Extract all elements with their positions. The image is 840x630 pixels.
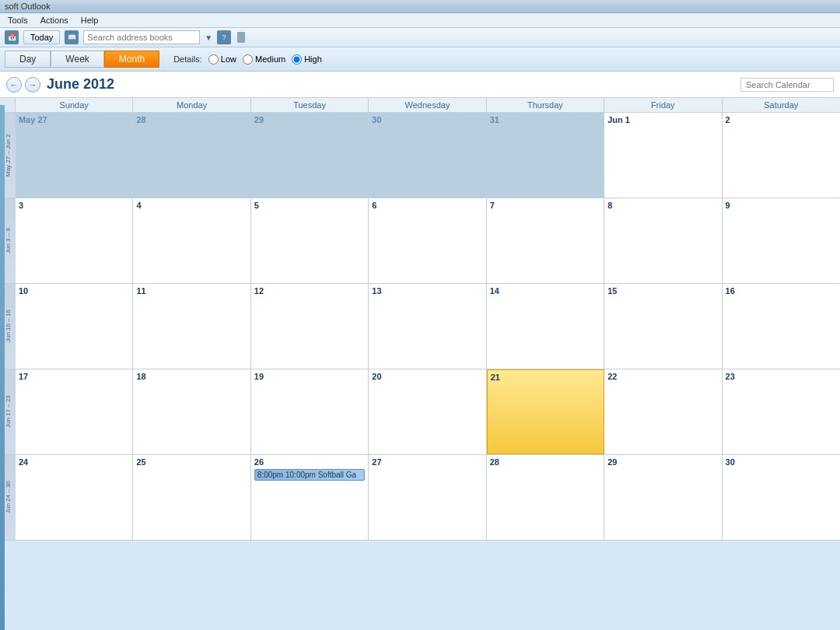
search-calendar-input[interactable] xyxy=(740,78,834,92)
day-cell[interactable]: 3 xyxy=(16,198,133,283)
app-icon: 📅 xyxy=(5,30,19,44)
day-cell[interactable]: 28 xyxy=(133,113,250,198)
title-bar: soft Outlook xyxy=(0,0,840,13)
header-friday: Friday xyxy=(604,98,722,112)
day-cell[interactable]: 7 xyxy=(487,198,604,283)
day-cell[interactable]: 29 xyxy=(251,113,369,198)
view-bar: Day Week Month Details: Low Medium High xyxy=(0,47,840,72)
day-cell[interactable]: 8 xyxy=(604,198,722,283)
day-cell[interactable]: 19 xyxy=(251,369,369,454)
header-saturday: Saturday xyxy=(723,98,840,112)
details-label: Details: xyxy=(173,54,202,64)
day-cell[interactable]: 14 xyxy=(487,284,604,369)
search-address-input[interactable] xyxy=(83,30,200,44)
menu-actions[interactable]: Actions xyxy=(39,15,70,26)
event-softball[interactable]: 8:00pm 10:00pm Softball Ga xyxy=(254,469,365,481)
day-cell[interactable]: May 27 xyxy=(16,113,133,198)
today-button[interactable]: Today xyxy=(23,30,60,44)
calendar-title: June 2012 xyxy=(47,76,740,93)
address-book-icon: 📖 xyxy=(65,30,79,44)
radio-medium[interactable]: Medium xyxy=(243,54,285,65)
menu-help[interactable]: Help xyxy=(79,15,100,26)
header-tuesday: Tuesday xyxy=(251,98,369,112)
day-cell[interactable]: 22 xyxy=(604,369,722,454)
day-cell-26[interactable]: 26 8:00pm 10:00pm Softball Ga xyxy=(251,455,369,540)
day-cell[interactable]: 20 xyxy=(369,369,486,454)
help-icon[interactable]: ? xyxy=(217,30,231,44)
header-monday: Monday xyxy=(133,98,250,112)
day-cell[interactable]: 27 xyxy=(369,455,486,540)
day-cell[interactable]: 2 xyxy=(723,113,840,198)
header-wednesday: Wednesday xyxy=(369,98,486,112)
day-cell[interactable]: 17 xyxy=(16,369,133,454)
toolbar: 📅 Today 📖 ▼ ? xyxy=(0,28,840,47)
day-cell[interactable]: 31 xyxy=(487,113,604,198)
dropdown-arrow[interactable]: ▼ xyxy=(205,33,212,42)
day-cell[interactable]: 12 xyxy=(251,284,369,369)
day-cell[interactable]: 29 xyxy=(604,455,722,540)
day-cell[interactable]: 9 xyxy=(723,198,840,283)
day-cell[interactable]: 30 xyxy=(723,455,840,540)
menu-bar: Tools Actions Help xyxy=(0,13,840,28)
calendar-grid: Sunday Monday Tuesday Wednesday Thursday… xyxy=(0,98,840,541)
day-cell[interactable]: Jun 1 xyxy=(604,113,722,198)
day-cell[interactable]: 4 xyxy=(133,198,250,283)
day-cell[interactable]: 11 xyxy=(133,284,250,369)
details-options: Low Medium High xyxy=(208,54,322,65)
week-row-1: May 27 – Jun 2 May 27 28 29 30 31 Jun 1 … xyxy=(0,113,840,198)
day-cell[interactable]: 30 xyxy=(369,113,486,198)
day-cell[interactable]: 18 xyxy=(133,369,250,454)
day-cell[interactable]: 15 xyxy=(604,284,722,369)
day-cell[interactable]: 13 xyxy=(369,284,486,369)
day-cell[interactable]: 24 xyxy=(16,455,133,540)
toolbar-extra xyxy=(237,32,245,43)
day-headers-row: Sunday Monday Tuesday Wednesday Thursday… xyxy=(0,98,840,113)
tab-month[interactable]: Month xyxy=(104,51,159,68)
tab-day[interactable]: Day xyxy=(5,51,51,68)
radio-high[interactable]: High xyxy=(292,54,322,65)
week-row-3: Jun 10 – 16 10 11 12 13 14 15 16 xyxy=(0,284,840,369)
calendar-header: ← → June 2012 xyxy=(0,72,840,98)
next-month-button[interactable]: → xyxy=(25,77,40,93)
day-cell[interactable]: 10 xyxy=(16,284,133,369)
day-cell[interactable]: 25 xyxy=(133,455,250,540)
prev-month-button[interactable]: ← xyxy=(6,77,22,93)
left-stripe xyxy=(0,105,5,630)
header-sunday: Sunday xyxy=(16,98,133,112)
day-cell[interactable]: 6 xyxy=(369,198,486,283)
week-row-4: Jun 17 – 23 17 18 19 20 21 22 23 xyxy=(0,369,840,455)
day-cell[interactable]: 16 xyxy=(723,284,840,369)
radio-low[interactable]: Low xyxy=(208,54,236,65)
day-cell[interactable]: 28 xyxy=(487,455,604,540)
calendar-weeks: May 27 – Jun 2 May 27 28 29 30 31 Jun 1 … xyxy=(0,113,840,541)
day-cell-today[interactable]: 21 xyxy=(487,369,604,454)
day-cell[interactable]: 23 xyxy=(723,369,840,454)
day-cell[interactable]: 5 xyxy=(251,198,369,283)
week-row-2: Jun 3 – 9 3 4 5 6 7 8 9 xyxy=(0,198,840,284)
header-thursday: Thursday xyxy=(487,98,604,112)
tab-week[interactable]: Week xyxy=(51,51,103,68)
week-row-5: Jun 24 – 30 24 25 26 8:00pm 10:00pm Soft… xyxy=(0,455,840,541)
menu-tools[interactable]: Tools xyxy=(6,15,30,26)
